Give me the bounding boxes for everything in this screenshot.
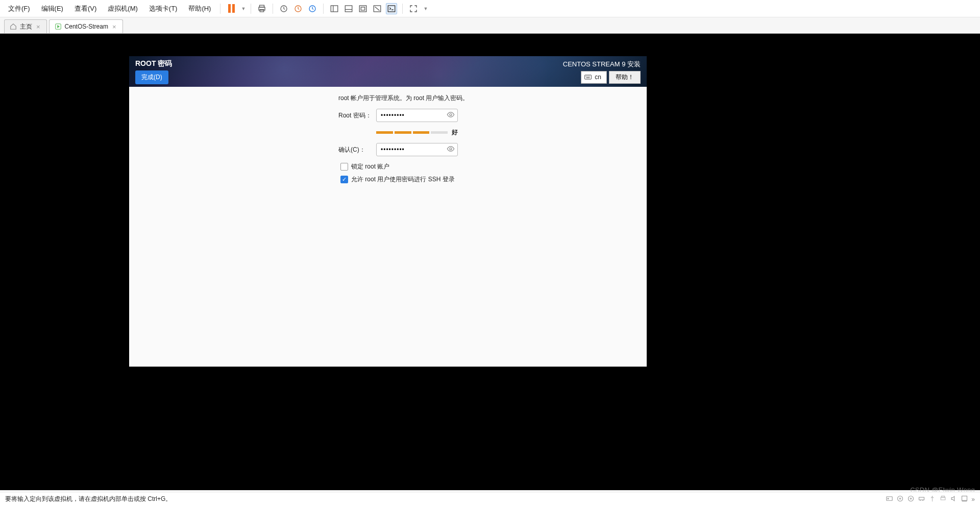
svg-rect-2: [260, 9, 264, 12]
svg-rect-8: [346, 6, 353, 12]
svg-rect-16: [585, 75, 592, 79]
console-button[interactable]: [386, 3, 397, 14]
pause-button[interactable]: [226, 3, 237, 14]
layout-bottom-icon: [344, 4, 353, 13]
status-bar: 要将输入定向到该虚拟机，请在虚拟机内部单击或按 Ctrl+G。 »: [0, 492, 980, 506]
usb-icon[interactable]: [928, 495, 936, 504]
root-password-input[interactable]: [376, 109, 458, 122]
separator: [402, 4, 403, 14]
svg-point-29: [911, 498, 912, 499]
menu-tabs[interactable]: 选项卡(T): [145, 3, 182, 15]
status-tray: »: [886, 495, 975, 504]
snapshot-revert-button[interactable]: [292, 3, 304, 14]
svg-rect-17: [586, 76, 586, 77]
svg-rect-18: [587, 76, 587, 77]
install-title: CENTOS STREAM 9 安装: [563, 60, 641, 69]
installer-header: ROOT 密码 完成(D) CENTOS STREAM 9 安装 cn 帮助！: [129, 56, 647, 87]
svg-rect-6: [331, 6, 338, 12]
snapshot-manage-button[interactable]: [307, 3, 318, 14]
fullscreen-button[interactable]: [408, 3, 419, 14]
svg-point-22: [450, 114, 452, 116]
printer-icon: [257, 4, 266, 13]
layout-bottom-button[interactable]: [343, 3, 354, 14]
svg-point-25: [888, 498, 889, 499]
more-icon[interactable]: »: [971, 496, 975, 503]
sound-icon[interactable]: [950, 495, 958, 504]
svg-rect-30: [919, 497, 924, 500]
menu-view[interactable]: 查看(V): [70, 3, 101, 15]
cd2-icon[interactable]: [907, 495, 915, 504]
chevron-down-icon[interactable]: ▼: [423, 6, 428, 11]
tab-home-label: 主页: [20, 22, 32, 31]
tab-vm-label: CentOS-Stream: [65, 23, 108, 30]
eye-icon[interactable]: [447, 112, 455, 119]
keyboard-layout-button[interactable]: cn: [581, 71, 607, 84]
allow-ssh-checkbox[interactable]: ✓: [340, 176, 348, 183]
lock-root-checkbox[interactable]: [340, 163, 348, 171]
snapshot-take-button[interactable]: [278, 3, 289, 14]
network-icon[interactable]: [918, 495, 925, 504]
fullscreen-icon: [409, 4, 418, 13]
menu-file[interactable]: 文件(F): [4, 3, 34, 15]
clock-manage-icon: [308, 4, 317, 13]
separator: [220, 4, 220, 14]
confirm-password-input[interactable]: [376, 143, 458, 156]
root-password-label: Root 密码：: [338, 111, 374, 120]
layout-full-button[interactable]: [357, 3, 369, 14]
done-button[interactable]: 完成(D): [135, 70, 168, 84]
play-icon: [55, 23, 62, 30]
home-icon: [10, 23, 17, 30]
clock-back-icon: [293, 4, 303, 13]
lock-root-label: 锁定 root 账户: [351, 162, 389, 171]
svg-rect-20: [590, 76, 590, 77]
description-text: root 帐户用于管理系统。为 root 用户输入密码。: [338, 94, 636, 103]
status-hint: 要将输入定向到该虚拟机，请在虚拟机内部单击或按 Ctrl+G。: [5, 495, 172, 503]
menu-bar: 文件(F) 编辑(E) 查看(V) 虚拟机(M) 选项卡(T) 帮助(H) ▼: [0, 0, 980, 17]
help-button[interactable]: 帮助！: [609, 71, 641, 84]
device-icon[interactable]: [961, 495, 968, 504]
svg-rect-31: [941, 497, 945, 500]
print-button[interactable]: [256, 3, 267, 14]
svg-rect-21: [586, 78, 590, 78]
svg-point-28: [909, 496, 914, 501]
password-strength-text: 好: [452, 128, 458, 137]
separator: [273, 4, 273, 14]
layout-none-icon: [373, 4, 382, 13]
layout-side-icon: [330, 4, 339, 13]
page-title: ROOT 密码: [135, 59, 172, 68]
vm-viewport[interactable]: ROOT 密码 完成(D) CENTOS STREAM 9 安装 cn 帮助！ …: [0, 34, 980, 490]
tab-home[interactable]: 主页 ×: [4, 19, 47, 33]
svg-rect-10: [360, 6, 367, 12]
pause-icon: [228, 4, 235, 13]
menu-help[interactable]: 帮助(H): [184, 3, 215, 15]
close-icon[interactable]: ×: [35, 23, 41, 31]
layout-full-icon: [358, 4, 368, 13]
svg-rect-11: [361, 7, 365, 10]
svg-line-13: [375, 7, 380, 11]
allow-ssh-label: 允许 root 用户使用密码进行 SSH 登录: [351, 175, 455, 184]
confirm-password-label: 确认(C)：: [338, 146, 374, 154]
installer-body: root 帐户用于管理系统。为 root 用户输入密码。 Root 密码：: [129, 87, 647, 367]
menu-vm[interactable]: 虚拟机(M): [104, 3, 142, 15]
keyboard-layout-label: cn: [595, 74, 601, 81]
eye-icon[interactable]: [447, 146, 455, 154]
menu-edit[interactable]: 编辑(E): [37, 3, 67, 15]
terminal-icon: [387, 4, 396, 13]
svg-rect-32: [942, 496, 945, 497]
keyboard-icon: [584, 75, 592, 80]
svg-rect-14: [388, 6, 396, 12]
chevron-down-icon[interactable]: ▼: [241, 6, 246, 11]
separator: [251, 4, 251, 14]
layout-side-button[interactable]: [329, 3, 340, 14]
tab-vm[interactable]: CentOS-Stream ×: [49, 19, 123, 33]
svg-point-27: [900, 498, 901, 499]
clock-icon: [279, 4, 288, 13]
printer-status-icon[interactable]: [939, 495, 947, 504]
layout-none-button[interactable]: [372, 3, 383, 14]
tab-bar: 主页 × CentOS-Stream ×: [0, 17, 980, 34]
disk-icon[interactable]: [886, 495, 893, 504]
close-icon[interactable]: ×: [111, 23, 117, 31]
svg-point-26: [898, 496, 903, 501]
cd-icon[interactable]: [896, 495, 904, 504]
svg-rect-33: [962, 496, 967, 500]
